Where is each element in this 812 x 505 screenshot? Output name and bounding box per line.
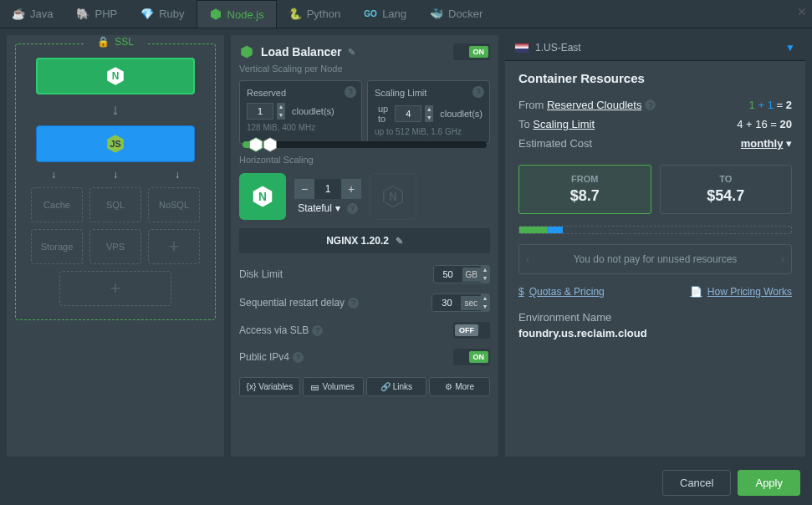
add-cache-box[interactable]: Cache: [31, 187, 83, 222]
ipv4-row: Public IPv4? ON: [239, 344, 490, 370]
cost-range-bar: [518, 226, 792, 234]
limit-link[interactable]: Scaling Limit: [533, 118, 595, 130]
add-extra-box[interactable]: +: [148, 229, 200, 264]
help-icon[interactable]: ?: [472, 86, 484, 98]
links-button[interactable]: 🔗Links: [366, 377, 427, 396]
apply-button[interactable]: Apply: [738, 470, 800, 496]
add-storage-box[interactable]: Storage: [31, 229, 83, 264]
limit-label: Scaling Limit: [375, 88, 483, 98]
nginx-node[interactable]: N: [36, 58, 195, 94]
row-label: To: [518, 118, 530, 130]
spin-up[interactable]: ▲: [277, 103, 285, 111]
decrement-button[interactable]: −: [294, 179, 314, 199]
nodejs-node[interactable]: JS: [36, 125, 195, 162]
add-vps-box[interactable]: VPS: [89, 229, 141, 264]
tab-docker[interactable]: 🐳Docker: [418, 0, 494, 28]
mode-label: Stateful: [298, 202, 332, 214]
unit-label: cloudlet(s): [440, 109, 483, 119]
volumes-icon: 🖴: [311, 382, 319, 391]
restart-input[interactable]: [432, 295, 461, 310]
version-selector[interactable]: NGINX 1.20.2✎: [239, 228, 490, 253]
reserved-link[interactable]: Reserved Cloudlets: [547, 99, 641, 111]
tab-label: Docker: [448, 8, 483, 20]
slider-handle-limit[interactable]: [262, 136, 278, 153]
balancer-toggle[interactable]: ON: [453, 43, 490, 60]
nginx-hex-icon: N: [250, 184, 275, 209]
increment-button[interactable]: +: [341, 179, 361, 199]
tab-java[interactable]: ☕Java: [0, 0, 64, 28]
cancel-button[interactable]: Cancel: [662, 470, 731, 496]
scaling-mode-select[interactable]: Stateful▾?: [294, 202, 361, 214]
svg-text:N: N: [112, 70, 120, 82]
btn-label: More: [455, 382, 474, 391]
disk-input[interactable]: [434, 267, 462, 282]
help-icon[interactable]: ?: [293, 352, 304, 363]
region-selector[interactable]: 1.US-East ▼: [505, 35, 805, 61]
arrow-down-icon: ↓: [175, 169, 180, 181]
quotas-link[interactable]: $Quotas & Pricing: [518, 286, 605, 298]
tab-label: Lang: [382, 8, 406, 20]
cost-from-box: FROM $8.7: [518, 165, 651, 214]
v: =: [777, 99, 784, 111]
chevron-down-icon: ▾: [786, 137, 792, 150]
next-tip-icon[interactable]: ›: [781, 253, 784, 265]
tab-go[interactable]: GOLang: [352, 0, 418, 28]
cloudlet-slider[interactable]: [243, 141, 487, 148]
limit-input[interactable]: [395, 105, 421, 122]
spin-up[interactable]: ▲: [425, 105, 433, 114]
nginx-hex-icon: N: [105, 65, 126, 87]
help-icon[interactable]: ?: [348, 298, 359, 309]
help-icon[interactable]: ?: [645, 99, 656, 110]
tab-php[interactable]: 🐘PHP: [64, 0, 129, 28]
arrow-down-icon: ↓: [23, 101, 208, 119]
tab-python[interactable]: 🐍Python: [277, 0, 352, 28]
reserved-box: ? Reserved ▲▼ cloudlet(s) 128 MiB, 400 M…: [239, 80, 362, 144]
slb-toggle[interactable]: OFF: [453, 322, 490, 339]
spin-up[interactable]: ▲: [481, 266, 489, 274]
tab-label: Node.js: [227, 8, 264, 21]
add-layer-box[interactable]: +: [59, 271, 171, 306]
ruby-icon: 💎: [140, 8, 154, 21]
v: 20: [780, 118, 792, 130]
cost-label: TO: [669, 174, 784, 184]
hscale-ghost-node[interactable]: N: [370, 173, 416, 220]
spin-down[interactable]: ▼: [481, 274, 489, 283]
volumes-button[interactable]: 🖴Volumes: [303, 377, 364, 396]
toggle-label: OFF: [455, 324, 478, 336]
help-icon[interactable]: ?: [312, 325, 323, 336]
variables-button[interactable]: {x}Variables: [239, 377, 300, 396]
spin-down[interactable]: ▼: [277, 111, 285, 120]
arrow-down-icon: ↓: [113, 169, 118, 181]
go-icon: GO: [364, 8, 377, 21]
nodejs-icon: [209, 8, 222, 21]
edit-icon[interactable]: ✎: [348, 47, 355, 58]
how-pricing-link[interactable]: 📄How Pricing Works: [690, 286, 792, 298]
cost-value: $54.7: [669, 187, 784, 205]
docker-icon: 🐳: [430, 8, 443, 21]
tab-nodejs[interactable]: Node.js: [197, 0, 277, 28]
gear-icon: ⚙: [445, 382, 452, 391]
add-sql-box[interactable]: SQL: [89, 187, 141, 222]
java-icon: ☕: [12, 8, 25, 21]
help-icon[interactable]: ?: [347, 203, 358, 214]
to-limit-row: To Scaling Limit 4 + 16 = 20: [518, 115, 792, 134]
add-nosql-box[interactable]: NoSQL: [148, 187, 200, 222]
close-dialog-icon[interactable]: ✕: [797, 5, 807, 18]
ssl-badge[interactable]: 🔒SSL: [84, 36, 147, 48]
spin-up[interactable]: ▲: [481, 294, 489, 303]
env-name-value: foundry.us.reclaim.cloud: [518, 327, 792, 339]
period-select[interactable]: monthly: [741, 137, 784, 150]
opt-label: Public IPv4: [239, 351, 289, 363]
ipv4-toggle[interactable]: ON: [453, 349, 490, 365]
hscale-active-node[interactable]: N: [239, 173, 286, 220]
prev-tip-icon[interactable]: ‹: [526, 253, 529, 265]
unit: sec: [461, 296, 481, 310]
spin-down[interactable]: ▼: [425, 114, 433, 122]
more-button[interactable]: ⚙More: [429, 377, 490, 396]
reserved-input[interactable]: [247, 103, 273, 120]
region-label: 1.US-East: [535, 42, 581, 54]
help-icon[interactable]: ?: [345, 86, 356, 98]
tab-ruby[interactable]: 💎Ruby: [129, 0, 196, 28]
spin-down[interactable]: ▼: [481, 303, 489, 311]
tab-label: Java: [30, 8, 53, 20]
